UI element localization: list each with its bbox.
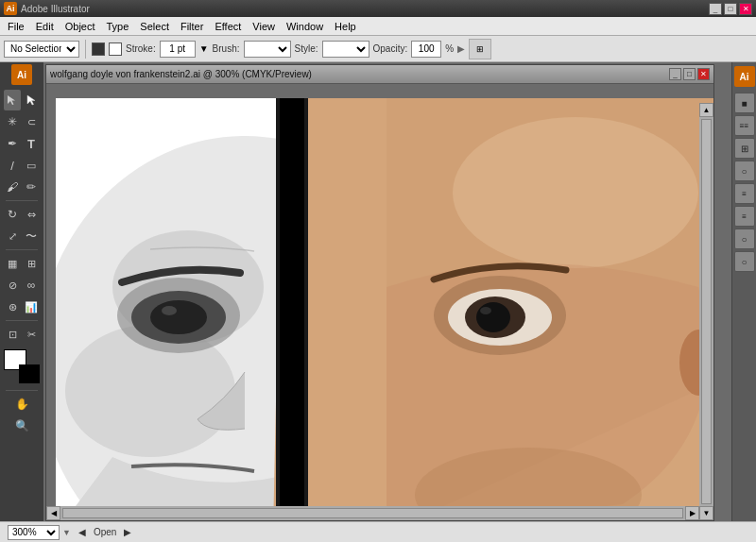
scroll-down-arrow[interactable]: ▼ xyxy=(699,506,713,520)
artwork-svg xyxy=(56,98,713,520)
document-window: wolfgang doyle von frankenstein2.ai @ 30… xyxy=(45,64,714,521)
doc-maximize[interactable]: □ xyxy=(683,68,696,80)
selection-tool[interactable] xyxy=(4,90,21,110)
zoom-control: 300% 100% 150% 200% ▼ xyxy=(8,525,71,540)
left-toolbar: Ai ✳ ⊂ ✒ T xyxy=(0,62,43,521)
scale-warp-tools: ⤢ 〜 xyxy=(4,226,40,246)
doc-minimize[interactable]: _ xyxy=(669,68,681,80)
zoom-tool[interactable]: 🔍 xyxy=(4,415,40,436)
nav-arrow[interactable]: ◀ xyxy=(78,527,86,537)
main-area: Ai ✳ ⊂ ✒ T xyxy=(0,62,756,521)
svg-point-6 xyxy=(150,300,207,334)
scroll-left-arrow[interactable]: ◀ xyxy=(46,506,60,520)
scale-tool[interactable]: ⤢ xyxy=(4,226,21,246)
brush-pencil-tools: 🖌 ✏ xyxy=(4,177,40,197)
status-nav-arrow[interactable]: ▶ xyxy=(124,527,131,537)
menu-filter[interactable]: Filter xyxy=(175,19,209,34)
gradient-tool[interactable]: ▦ xyxy=(4,253,21,274)
opacity-input[interactable] xyxy=(411,41,441,58)
maximize-button[interactable]: □ xyxy=(724,3,737,15)
line-tool[interactable]: / xyxy=(4,155,21,176)
style-dropdown[interactable] xyxy=(322,41,369,58)
lasso-tool[interactable]: ⊂ xyxy=(23,111,40,132)
menu-file[interactable]: File xyxy=(2,19,30,34)
stroke-color-box[interactable] xyxy=(19,364,40,383)
right-ai-logo: Ai xyxy=(734,66,755,87)
paintbrush-tool[interactable]: 🖌 xyxy=(4,177,21,197)
artwork xyxy=(56,98,713,520)
pen-tool[interactable]: ✒ xyxy=(4,133,21,154)
view-toggle[interactable]: ⊞ xyxy=(469,39,491,59)
menu-help[interactable]: Help xyxy=(329,19,362,34)
stroke-value[interactable] xyxy=(160,41,196,58)
graph-tool[interactable]: 📊 xyxy=(23,296,40,317)
magic-lasso-tools: ✳ ⊂ xyxy=(4,111,40,132)
warp-tool[interactable]: 〜 xyxy=(23,226,40,246)
pencil-tool[interactable]: ✏ xyxy=(23,177,40,197)
opacity-label: Opacity: xyxy=(373,43,408,54)
symbol-tool[interactable]: ⊛ xyxy=(4,296,21,317)
rect-tool[interactable]: ▭ xyxy=(23,155,40,176)
type-tool[interactable]: T xyxy=(23,133,40,154)
menu-window[interactable]: Window xyxy=(281,19,329,34)
selection-tools xyxy=(4,90,40,110)
hand-tool[interactable]: ✋ xyxy=(4,394,40,415)
rotate-tool[interactable]: ↻ xyxy=(4,204,21,225)
panel-btn-4[interactable]: ○ xyxy=(734,161,755,181)
panel-btn-3[interactable]: ⊞ xyxy=(734,138,755,159)
blend-tool[interactable]: ∞ xyxy=(23,275,40,296)
ai-logo: Ai xyxy=(11,64,32,85)
slice-tool[interactable]: ✂ xyxy=(23,324,40,345)
window-controls: _ □ ✕ xyxy=(709,3,752,15)
svg-point-13 xyxy=(476,302,510,332)
h-scroll-thumb[interactable] xyxy=(62,508,683,518)
doc-scrollbar-vertical: ▲ ▼ xyxy=(699,103,713,520)
fill-swatch xyxy=(92,42,105,56)
zoom-select[interactable]: 300% 100% 150% 200% xyxy=(8,525,60,540)
menu-view[interactable]: View xyxy=(247,19,281,34)
menu-edit[interactable]: Edit xyxy=(30,19,60,34)
selection-dropdown[interactable]: No Selection xyxy=(4,41,79,58)
doc-title-bar: wolfgang doyle von frankenstein2.ai @ 30… xyxy=(46,65,713,84)
panel-btn-1[interactable]: ■ xyxy=(734,93,755,113)
artboard-tool[interactable]: ⊡ xyxy=(4,324,21,345)
menu-bar: File Edit Object Type Select Filter Effe… xyxy=(0,17,756,36)
rotate-mirror-tools: ↻ ⇔ xyxy=(4,204,40,225)
toolbar: No Selection Stroke: ▼ Brush: Style: Opa… xyxy=(0,36,756,62)
scroll-up-arrow[interactable]: ▲ xyxy=(699,103,713,117)
svg-rect-16 xyxy=(276,98,280,520)
svg-rect-15 xyxy=(278,98,304,520)
eyedropper-tool[interactable]: ⊘ xyxy=(4,275,21,296)
panel-btn-5[interactable]: ≡ xyxy=(734,183,755,204)
panel-btn-2[interactable]: ≡≡ xyxy=(734,115,755,136)
scroll-right-arrow[interactable]: ▶ xyxy=(685,506,699,520)
minimize-button[interactable]: _ xyxy=(709,3,722,15)
panel-btn-7[interactable]: ○ xyxy=(734,229,755,249)
style-label: Style: xyxy=(295,43,318,54)
panel-btn-8[interactable]: ○ xyxy=(734,251,755,272)
opacity-pct: % xyxy=(445,43,454,54)
panel-btn-6[interactable]: ≡ xyxy=(734,206,755,227)
line-tools: / ▭ xyxy=(4,155,40,176)
menu-type[interactable]: Type xyxy=(101,19,135,34)
canvas-container: wolfgang doyle von frankenstein2.ai @ 30… xyxy=(43,62,731,521)
stroke-swatch xyxy=(109,42,122,56)
doc-close[interactable]: ✕ xyxy=(697,68,710,80)
scroll-thumb[interactable] xyxy=(701,119,712,504)
eyedropper-blend-tools: ⊘ ∞ xyxy=(4,275,40,296)
zoom-icon: ▼ xyxy=(62,528,71,537)
magic-wand-tool[interactable]: ✳ xyxy=(4,111,21,132)
menu-object[interactable]: Object xyxy=(60,19,101,34)
status-text: Open xyxy=(94,527,116,537)
menu-select[interactable]: Select xyxy=(134,19,175,34)
brush-dropdown[interactable] xyxy=(244,41,291,58)
menu-effect[interactable]: Effect xyxy=(209,19,247,34)
doc-scrollbar-horizontal: ◀ ▶ xyxy=(46,506,699,520)
mesh-tool[interactable]: ⊞ xyxy=(23,253,40,274)
pen-tools: ✒ T xyxy=(4,133,40,154)
mirror-tool[interactable]: ⇔ xyxy=(23,204,40,225)
svg-rect-17 xyxy=(304,98,308,520)
close-button[interactable]: ✕ xyxy=(739,3,752,15)
direct-selection-tool[interactable] xyxy=(23,90,40,110)
artboard-slice-tools: ⊡ ✂ xyxy=(4,324,40,345)
